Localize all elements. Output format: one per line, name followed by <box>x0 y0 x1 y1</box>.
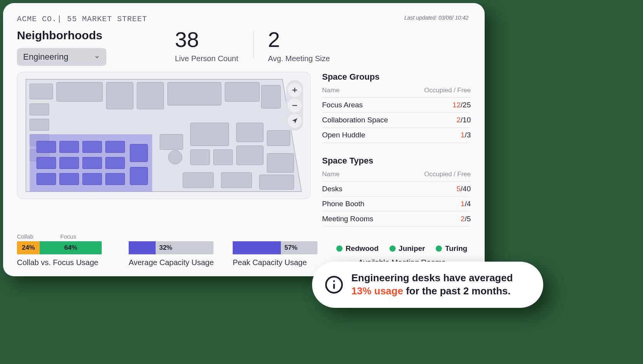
table-row: Phone Booth 1/4 <box>322 197 471 212</box>
neighborhood-column: Neighborhoods Engineering <box>17 29 163 66</box>
location-arrow-icon <box>291 117 298 124</box>
avg-usage-text: 32% <box>159 244 172 252</box>
svg-rect-14 <box>191 123 229 146</box>
svg-rect-32 <box>106 157 125 169</box>
peak-capacity-chart: 57% Peak Capacity Usage <box>233 241 321 267</box>
space-groups-title: Space Groups <box>322 72 471 82</box>
peak-usage-label: Peak Capacity Usage <box>233 258 321 267</box>
svg-rect-5 <box>168 82 221 105</box>
avg-meeting-size-label: Avg. Meeting Size <box>268 54 330 63</box>
legend-item: Juniper <box>389 244 425 253</box>
col-name: Name <box>322 170 339 178</box>
space-groups-header: Name Occupied / Free <box>322 87 471 98</box>
row-name: Open Huddle <box>322 131 365 139</box>
svg-rect-19 <box>267 130 290 146</box>
insight-pre: Engineering desks have averaged <box>351 272 513 284</box>
recenter-button[interactable] <box>288 114 302 128</box>
live-person-count-value: 38 <box>175 29 238 50</box>
svg-rect-16 <box>213 150 233 165</box>
dashboard-card: ACME CO.| 55 MARKET STREET Last updated:… <box>3 3 485 276</box>
svg-rect-4 <box>137 82 164 109</box>
status-dot-icon <box>436 245 442 252</box>
legend-item-label: Redwood <box>346 244 379 253</box>
col-occupied-free: Occupied / Free <box>424 170 471 178</box>
svg-point-13 <box>168 150 182 164</box>
svg-rect-38 <box>130 167 148 185</box>
live-person-count-label: Live Person Count <box>175 54 238 63</box>
svg-rect-2 <box>57 82 102 102</box>
neighborhood-select[interactable]: Engineering <box>17 48 106 66</box>
svg-rect-28 <box>106 141 125 153</box>
svg-rect-27 <box>82 141 102 153</box>
cvf-bar: 24% 64% <box>17 241 102 254</box>
svg-rect-8 <box>30 104 49 115</box>
mini-label-collab: Collab <box>17 233 34 240</box>
svg-rect-15 <box>191 150 210 165</box>
svg-rect-1 <box>30 84 53 99</box>
row-name: Phone Booth <box>322 200 364 208</box>
legend-item: Redwood <box>336 244 379 253</box>
cvf-label: Collab vs. Focus Usage <box>17 258 106 267</box>
insight-text: Engineering desks have averaged 13% usag… <box>351 272 531 298</box>
row-value: 12/25 <box>452 101 471 109</box>
row-name: Desks <box>322 185 342 193</box>
svg-rect-33 <box>37 173 56 185</box>
table-row: Collaboration Space 2/10 <box>322 113 471 128</box>
last-updated-text: Last updated: 03/06/ 10:42 <box>404 15 468 21</box>
status-dot-icon <box>336 245 342 252</box>
zoom-out-button[interactable] <box>288 99 302 112</box>
table-row: Focus Areas 12/25 <box>322 98 471 113</box>
zoom-controls <box>286 80 303 131</box>
row-name: Meeting Rooms <box>322 215 373 223</box>
mini-label-focus: Focus <box>60 233 76 240</box>
avg-meeting-size-value: 2 <box>268 29 330 50</box>
space-types-header: Name Occupied / Free <box>322 170 471 182</box>
svg-rect-22 <box>221 172 252 188</box>
svg-point-44 <box>333 280 335 282</box>
page-title: Neighborhoods <box>17 29 163 42</box>
svg-rect-34 <box>60 173 79 185</box>
insight-post: for the past 2 months. <box>403 285 510 297</box>
avg-usage-fill <box>129 241 156 254</box>
space-types-section: Space Types Name Occupied / Free Desks 5… <box>322 156 471 227</box>
svg-rect-7 <box>261 85 280 109</box>
plus-icon <box>291 87 298 94</box>
zoom-in-button[interactable] <box>288 83 302 97</box>
legend-item-label: Turing <box>445 244 467 253</box>
header-row: Neighborhoods Engineering 38 Live Person… <box>17 29 471 66</box>
svg-rect-12 <box>160 134 183 150</box>
svg-rect-17 <box>237 123 264 142</box>
space-types-title: Space Types <box>322 156 471 166</box>
col-occupied-free: Occupied / Free <box>424 87 471 94</box>
legend-row: Redwood Juniper Turing <box>336 244 467 253</box>
svg-rect-21 <box>183 172 213 188</box>
col-name: Name <box>322 87 339 94</box>
svg-rect-30 <box>60 157 79 169</box>
peak-usage-bar: 57% <box>233 241 317 254</box>
row-name: Focus Areas <box>322 101 363 109</box>
avg-meeting-size-metric: 2 Avg. Meeting Size <box>268 29 330 63</box>
floorplan-panel[interactable] <box>17 72 311 199</box>
svg-rect-37 <box>130 144 148 162</box>
svg-rect-31 <box>82 157 102 169</box>
collab-focus-chart: Collab Focus 24% 64% Collab vs. Focus Us… <box>17 233 106 267</box>
table-row: Meeting Rooms 2/5 <box>322 212 471 227</box>
row-value: 2/10 <box>457 116 471 124</box>
info-icon <box>324 275 344 294</box>
legend-item: Turing <box>436 244 467 253</box>
svg-rect-36 <box>106 173 125 185</box>
table-row: Desks 5/40 <box>322 182 471 197</box>
row-value: 1/4 <box>461 200 471 208</box>
svg-rect-6 <box>225 82 259 102</box>
cvf-focus-segment: 64% <box>40 241 102 254</box>
svg-rect-26 <box>60 141 79 153</box>
peak-usage-text: 57% <box>284 244 297 252</box>
avg-usage-label: Average Capacity Usage <box>129 258 217 267</box>
neighborhood-select-value: Engineering <box>23 52 68 62</box>
floorplan-map[interactable] <box>22 77 306 194</box>
row-value: 1/3 <box>461 131 471 139</box>
svg-rect-23 <box>259 175 294 189</box>
peak-usage-fill <box>233 241 281 254</box>
insight-highlight: 13% usage <box>351 285 403 297</box>
row-name: Collaboration Space <box>322 116 388 124</box>
